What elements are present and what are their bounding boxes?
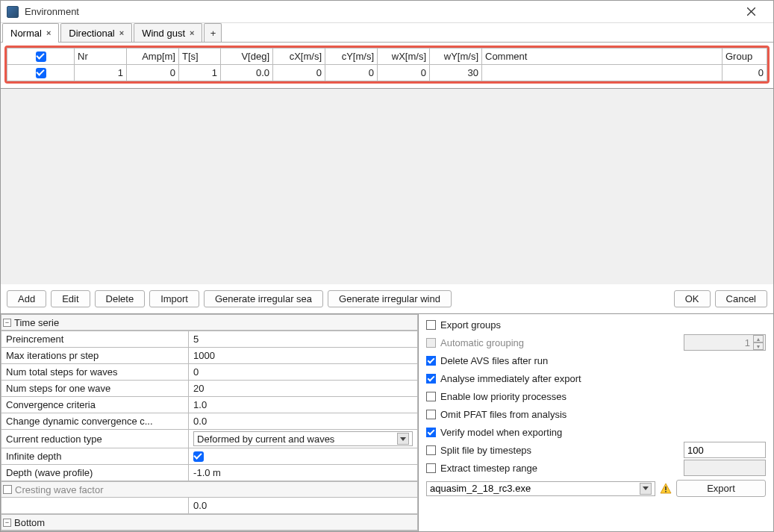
extract-checkbox[interactable] <box>426 463 436 473</box>
export-groups-label: Export groups <box>440 319 501 331</box>
verify-checkbox[interactable] <box>426 428 436 437</box>
prop-infdepth[interactable] <box>189 448 418 465</box>
prop-depthprof: -1.0 m <box>189 465 418 481</box>
analyse-label: Analyse immediately after export <box>440 373 581 384</box>
extract-label: Extract timestep range <box>440 463 537 474</box>
tab-add[interactable]: + <box>204 23 222 42</box>
section-title: Time serie <box>14 317 59 328</box>
section-bottom[interactable]: −Bottom <box>1 514 418 531</box>
delete-avs-checkbox[interactable] <box>426 356 436 366</box>
cell-v[interactable]: 0.0 <box>221 65 273 81</box>
ok-button[interactable]: OK <box>674 290 711 307</box>
prop-preincrement[interactable]: 5 <box>189 331 418 348</box>
row-check-cell[interactable] <box>7 65 75 81</box>
col-amp[interactable]: Amp[m] <box>127 48 179 65</box>
col-cy[interactable]: cY[m/s] <box>325 48 378 65</box>
row-checkbox[interactable] <box>36 68 46 78</box>
lowprio-label: Enable low priority processes <box>440 391 567 402</box>
app-icon <box>7 6 19 18</box>
cell-nr[interactable]: 1 <box>75 65 127 81</box>
tab-label: Normal <box>10 28 42 39</box>
chevron-down-icon[interactable] <box>640 483 652 495</box>
omitpfat-label: Omit PFAT files from analysis <box>440 409 567 420</box>
delete-avs-label: Delete AVS files after run <box>440 355 548 366</box>
lowprio-checkbox[interactable] <box>426 392 436 401</box>
auto-group-input: 1 ▲ ▼ <box>684 334 766 351</box>
window-title: Environment <box>25 6 734 17</box>
splitfile-value: 100 <box>687 445 704 456</box>
infdepth-checkbox[interactable] <box>193 451 204 462</box>
cancel-button[interactable]: Cancel <box>715 290 767 307</box>
header-checkbox[interactable] <box>36 51 46 62</box>
collapse-icon[interactable]: − <box>3 519 11 527</box>
exe-value: aquasim_2_18_rc3.exe <box>430 483 640 494</box>
extract-input <box>684 460 766 476</box>
env-table[interactable]: Nr Amp[m] T[s] V[deg] cX[m/s] cY[m/s] wX… <box>7 48 767 81</box>
import-button[interactable]: Import <box>149 290 199 307</box>
analyse-checkbox[interactable] <box>426 374 436 384</box>
cell-wx[interactable]: 0 <box>378 65 430 81</box>
prop-changedyn[interactable]: 0.0 <box>189 413 418 430</box>
prop-changedyn-label: Change dynamic convergence c... <box>1 413 189 430</box>
cell-amp[interactable]: 0 <box>127 65 179 81</box>
prop-curred[interactable]: Deformed by current and waves <box>189 430 418 448</box>
cell-cx[interactable]: 0 <box>273 65 325 81</box>
gen-wind-button[interactable]: Generate irregular wind <box>328 290 452 307</box>
section-cresting[interactable]: Cresting wave factor <box>1 481 418 498</box>
tab-directional[interactable]: Directional × <box>60 23 132 42</box>
col-v[interactable]: V[deg] <box>221 48 273 65</box>
delete-button[interactable]: Delete <box>95 290 146 307</box>
export-groups-checkbox[interactable] <box>426 320 436 330</box>
cresting-checkbox[interactable] <box>3 485 12 494</box>
table-row[interactable]: 1 0 1 0.0 0 0 0 30 0 <box>7 65 767 81</box>
prop-infdepth-label: Infinite depth <box>1 448 189 465</box>
tab-normal[interactable]: Normal × <box>2 23 59 42</box>
cell-group[interactable]: 0 <box>722 65 767 81</box>
col-group[interactable]: Group <box>722 48 767 65</box>
curred-value: Deformed by current and waves <box>197 434 397 445</box>
col-comment[interactable]: Comment <box>482 48 722 65</box>
chevron-down-icon[interactable] <box>397 433 409 445</box>
omitpfat-checkbox[interactable] <box>426 410 436 419</box>
add-button[interactable]: Add <box>7 290 46 307</box>
tab-close-icon[interactable]: × <box>46 28 51 37</box>
cell-comment[interactable] <box>482 65 722 81</box>
prop-cresting: 0.0 <box>189 498 418 514</box>
lower-panels: −Time serie Preincrement5 Max iterations… <box>1 313 773 531</box>
col-t[interactable]: T[s] <box>179 48 221 65</box>
tab-label: Wind gust <box>142 28 185 39</box>
col-wy[interactable]: wY[m/s] <box>430 48 482 65</box>
tab-wind-gust[interactable]: Wind gust × <box>134 23 202 42</box>
section-time-serie[interactable]: −Time serie <box>1 314 418 331</box>
edit-button[interactable]: Edit <box>51 290 90 307</box>
prop-conv[interactable]: 1.0 <box>189 397 418 413</box>
col-nr[interactable]: Nr <box>75 48 127 65</box>
cell-t[interactable]: 1 <box>179 65 221 81</box>
action-buttons: Add Edit Delete Import Generate irregula… <box>1 284 773 313</box>
gen-sea-button[interactable]: Generate irregular sea <box>204 290 323 307</box>
prop-bottom-contact[interactable] <box>189 531 418 532</box>
col-check[interactable] <box>7 48 75 65</box>
spin-up-icon: ▲ <box>753 335 764 342</box>
prop-numone[interactable]: 20 <box>189 381 418 397</box>
tab-close-icon[interactable]: × <box>190 28 194 37</box>
auto-group-value: 1 <box>687 337 753 348</box>
prop-conv-label: Convergence criteria <box>1 397 189 413</box>
prop-bottom-contact-label: Bottom contact <box>1 531 189 532</box>
splitfile-input[interactable]: 100 <box>684 442 766 458</box>
exe-dropdown[interactable]: aquasim_2_18_rc3.exe <box>426 481 655 496</box>
prop-maxiter[interactable]: 1000 <box>189 348 418 364</box>
close-button[interactable] <box>734 1 767 23</box>
splitfile-checkbox[interactable] <box>426 445 436 455</box>
col-cx[interactable]: cX[m/s] <box>273 48 325 65</box>
curred-dropdown[interactable]: Deformed by current and waves <box>193 431 413 446</box>
cell-wy[interactable]: 30 <box>430 65 482 81</box>
spin-down-icon: ▼ <box>753 342 764 350</box>
prop-numtotal[interactable]: 0 <box>189 364 418 381</box>
splitfile-label: Split file by timesteps <box>440 445 531 456</box>
cell-cy[interactable]: 0 <box>325 65 378 81</box>
tab-close-icon[interactable]: × <box>119 28 124 37</box>
col-wx[interactable]: wX[m/s] <box>378 48 430 65</box>
export-button[interactable]: Export <box>676 480 766 497</box>
collapse-icon[interactable]: − <box>3 319 11 327</box>
